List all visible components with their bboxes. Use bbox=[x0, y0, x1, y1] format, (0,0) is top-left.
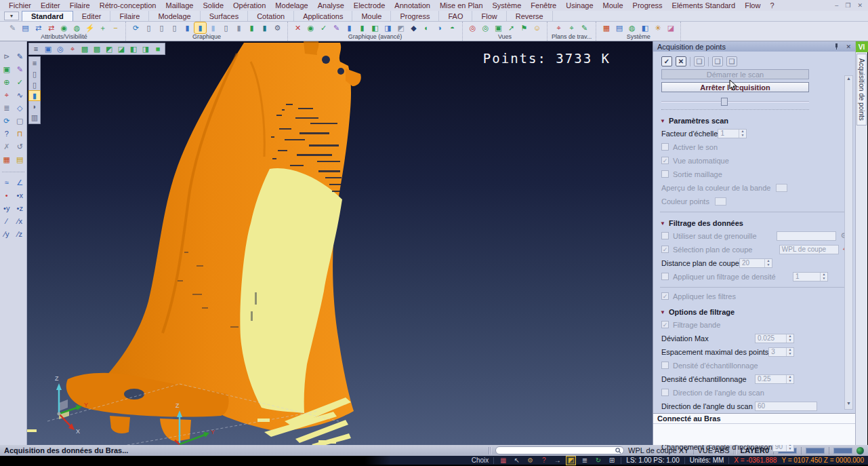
deviation-stepper[interactable]: 0.025 bbox=[755, 334, 794, 343]
palette-icon[interactable]: ▦ bbox=[600, 22, 612, 33]
tab-cotation[interactable]: Cotation bbox=[248, 11, 294, 21]
line-y-icon[interactable]: ⁄y bbox=[1, 229, 13, 239]
menu-filaire[interactable]: Filaire bbox=[65, 1, 95, 9]
fit-frame-icon[interactable]: ▣ bbox=[1, 64, 13, 75]
grid-plane-icon[interactable]: ⊞ bbox=[607, 457, 616, 465]
menu-annotation[interactable]: Annotation bbox=[390, 1, 435, 9]
image-attributes-icon[interactable]: ▤ bbox=[20, 22, 31, 33]
point-y-icon[interactable]: •y bbox=[1, 203, 13, 214]
cyl-check-blue-icon[interactable]: ▮ bbox=[344, 22, 355, 33]
erase-add-icon[interactable]: ⊕ bbox=[1, 77, 13, 88]
scan-speed-slider[interactable] bbox=[661, 98, 809, 106]
panel-scrollbar[interactable]: ▲ ▼ bbox=[844, 75, 853, 410]
menu-op-ration[interactable]: Opération bbox=[228, 1, 270, 9]
cylinder-small-icon[interactable]: ▯ bbox=[220, 22, 232, 33]
scroll-down-icon[interactable]: ▼ bbox=[845, 401, 852, 409]
view-arrow-icon[interactable]: ➚ bbox=[505, 22, 517, 33]
refresh-graphics-icon[interactable]: ⟳ bbox=[130, 22, 142, 33]
cancel-button[interactable]: ✕ bbox=[676, 56, 686, 66]
sampling-stepper[interactable]: 0.25 bbox=[755, 374, 794, 384]
menu-usinage[interactable]: Usinage bbox=[561, 1, 598, 9]
box-blue-icon[interactable]: ◨ bbox=[382, 22, 394, 33]
menu-el-ments-standard[interactable]: Eléments Standard bbox=[667, 1, 741, 9]
density-filter-checkbox[interactable] bbox=[661, 273, 669, 280]
cylinder-outline-1-icon[interactable]: ▯ bbox=[143, 22, 154, 33]
points-export-icon[interactable]: ✳ bbox=[652, 22, 663, 33]
view-cube-6-icon[interactable]: ◨ bbox=[140, 44, 151, 54]
cut-plane-checkbox[interactable] bbox=[661, 246, 669, 253]
curve-tangent-icon[interactable]: ≈ bbox=[1, 177, 13, 188]
sketch-edit-icon[interactable]: ✎ bbox=[14, 64, 26, 75]
band-filter-checkbox[interactable] bbox=[661, 321, 669, 328]
doc-validate-icon[interactable]: ✓ bbox=[14, 77, 26, 88]
vp-fit-icon[interactable]: ▣ bbox=[43, 44, 54, 54]
frog-jump-field[interactable] bbox=[777, 231, 836, 241]
panel-close-icon[interactable]: ✕ bbox=[844, 43, 852, 50]
choice-label[interactable]: Choix bbox=[472, 457, 489, 464]
wire-green-icon[interactable]: ✓ bbox=[318, 22, 329, 33]
snap-points-icon[interactable]: → bbox=[553, 457, 562, 465]
attributes-edit-icon[interactable]: ✎ bbox=[7, 22, 18, 33]
traffic-adv-icon[interactable]: ◉ bbox=[305, 22, 316, 33]
tab-progress[interactable]: Progress bbox=[391, 11, 439, 21]
cylinder-green-icon[interactable]: ▮ bbox=[246, 22, 257, 33]
globe-tools-icon[interactable]: ◍ bbox=[626, 22, 638, 33]
scan-angle-checkbox[interactable] bbox=[661, 389, 669, 396]
scroll-up-icon[interactable]: ▲ bbox=[845, 76, 852, 84]
section-filter-options[interactable]: Options de filtrage bbox=[653, 308, 855, 316]
render-cube-icon[interactable]: ◩ bbox=[566, 457, 575, 465]
minimize-button[interactable]: – bbox=[835, 2, 838, 9]
rotate-view-icon[interactable]: ↻ bbox=[594, 457, 602, 465]
pin-icon[interactable] bbox=[833, 43, 840, 50]
menu-editer[interactable]: Editer bbox=[36, 1, 65, 9]
fit-view-icon[interactable]: ▣ bbox=[493, 22, 504, 33]
axis-system-icon[interactable]: ⌖ bbox=[1, 90, 13, 100]
copy-scan-button[interactable]: ❏ bbox=[694, 56, 705, 66]
zoom-dynamic-icon[interactable]: ◎ bbox=[467, 22, 478, 33]
vpv-menu-icon[interactable]: ≡ bbox=[29, 58, 40, 68]
tab-surfaces[interactable]: Surfaces bbox=[201, 11, 248, 21]
vpv-cyl-hatch-icon[interactable]: ▥ bbox=[29, 113, 40, 122]
menu-syst-me[interactable]: Système bbox=[488, 1, 526, 9]
menu-flow[interactable]: Flow bbox=[740, 1, 765, 9]
wire-red-icon[interactable]: ✕ bbox=[292, 22, 304, 33]
view-cube-4-icon[interactable]: ◪ bbox=[116, 44, 127, 54]
line-free-icon[interactable]: ⁄ bbox=[1, 216, 13, 227]
section-scan-params[interactable]: Paramètres scan bbox=[653, 117, 855, 125]
menu-mise-en-plan[interactable]: Mise en Plan bbox=[435, 1, 488, 9]
vpv-cyl-2-icon[interactable]: ▯ bbox=[29, 80, 40, 90]
mesh-output-checkbox[interactable] bbox=[661, 170, 669, 178]
cyl-check-green-icon[interactable]: ▮ bbox=[356, 22, 368, 33]
wire-pencil-icon[interactable]: ✎ bbox=[331, 22, 342, 33]
remove-visible-icon[interactable]: − bbox=[110, 22, 121, 33]
sphere-duo-icon[interactable]: ◐ bbox=[421, 22, 432, 33]
apply-filters-checkbox[interactable] bbox=[661, 292, 669, 300]
help-status-icon[interactable]: ? bbox=[539, 457, 548, 465]
slider-thumb[interactable] bbox=[721, 98, 728, 106]
toggle-visibility-icon[interactable]: ⚡ bbox=[84, 22, 96, 33]
export-scan-button[interactable]: ❏ bbox=[726, 56, 737, 66]
menu-progress[interactable]: Progress bbox=[628, 1, 667, 9]
box-clip-icon[interactable]: ◩ bbox=[395, 22, 407, 33]
line-x-icon[interactable]: ⁄x bbox=[14, 216, 26, 227]
scale-factor-stepper[interactable]: 1 bbox=[718, 129, 747, 138]
menu-?[interactable]: ? bbox=[765, 1, 779, 9]
tab-standard[interactable]: Standard bbox=[22, 11, 73, 21]
point-z-icon[interactable]: •z bbox=[14, 203, 26, 214]
add-visible-icon[interactable]: ＋ bbox=[97, 22, 108, 33]
vp-menu-icon[interactable]: ≡ bbox=[30, 44, 41, 54]
solid-box-icon[interactable]: ▢ bbox=[14, 115, 26, 126]
vp-axis-icon[interactable]: ⌖ bbox=[67, 44, 78, 54]
wpl-new-icon[interactable]: ✎ bbox=[579, 22, 590, 33]
line-z-icon[interactable]: ⁄z bbox=[14, 229, 26, 239]
cylinder-clip-icon[interactable]: ▮ bbox=[233, 22, 245, 33]
help-tool-icon[interactable]: ? bbox=[1, 128, 13, 139]
tab-moule[interactable]: Moule bbox=[352, 11, 391, 21]
zoom-window-icon[interactable]: ◎ bbox=[480, 22, 491, 33]
tab-editer[interactable]: Editer bbox=[73, 11, 111, 21]
show-wire-icon[interactable]: ⇄ bbox=[33, 22, 44, 33]
density-filter-stepper[interactable]: 1 bbox=[793, 272, 828, 281]
tab-filaire[interactable]: Filaire bbox=[110, 11, 149, 21]
point-x-icon[interactable]: •x bbox=[14, 190, 26, 201]
spacing-stepper[interactable]: 3 bbox=[768, 347, 794, 357]
